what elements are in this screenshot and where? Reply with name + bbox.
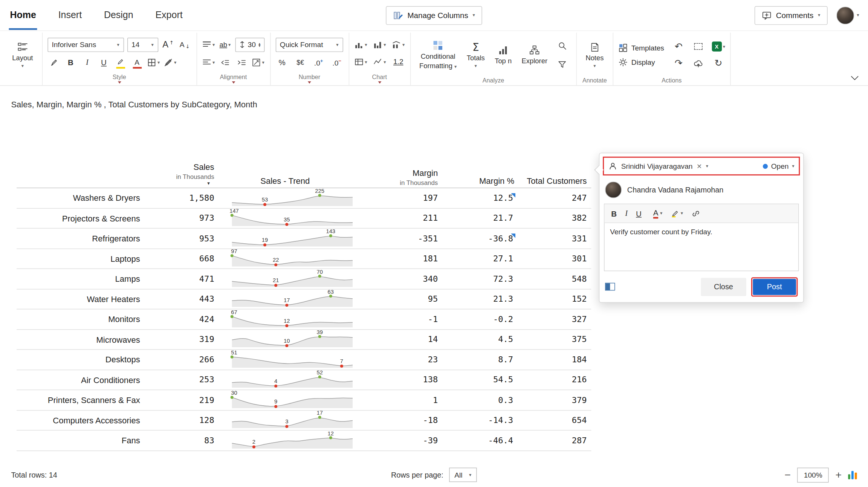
row-trend-cell[interactable]: 452 — [214, 370, 356, 390]
row-subcategory[interactable]: Fans — [17, 436, 141, 445]
column-header-margin[interactable]: Margin in Thousands — [356, 168, 438, 186]
column-header-total-customers[interactable]: Total Customers — [515, 176, 588, 186]
tab-insert[interactable]: Insert — [57, 1, 83, 29]
group-label-chart[interactable]: Chart — [354, 73, 405, 85]
row-margin-pct[interactable]: 27.1 — [438, 253, 515, 263]
row-sales[interactable]: 424 — [141, 314, 214, 324]
row-subcategory[interactable]: Microwaves — [17, 335, 141, 344]
vertical-align-button[interactable]: ▾ — [202, 38, 215, 51]
row-margin[interactable]: -351 — [356, 234, 438, 243]
chevron-down-icon[interactable]: ▾ — [706, 164, 708, 168]
row-sales[interactable]: 319 — [141, 334, 214, 344]
row-trend-cell[interactable]: 317 — [214, 410, 356, 430]
row-trend-cell[interactable]: 2297 — [214, 249, 356, 269]
row-subcategory[interactable]: Printers, Scanners & Fax — [17, 395, 141, 405]
format-painter-button[interactable] — [47, 56, 61, 69]
row-sales[interactable]: 128 — [141, 415, 214, 425]
row-customers[interactable]: 327 — [515, 314, 588, 324]
row-margin[interactable]: 138 — [356, 375, 438, 385]
conditional-formatting-button[interactable]: Conditional Formatting ▾ — [416, 40, 461, 70]
row-margin-pct[interactable]: 21.7 — [438, 213, 515, 223]
side-panel-toggle[interactable] — [605, 283, 615, 291]
display-button[interactable]: Display — [618, 58, 664, 67]
row-customers[interactable]: 654 — [515, 415, 588, 425]
row-margin-pct[interactable]: 72.3 — [438, 274, 515, 284]
font-color-button[interactable]: A — [130, 56, 144, 69]
row-margin-pct[interactable]: 8.7 — [438, 355, 515, 365]
row-customers[interactable]: 184 — [515, 355, 588, 365]
decrease-decimal-button[interactable]: .0− — [330, 56, 344, 69]
tab-design[interactable]: Design — [103, 1, 134, 29]
italic-button[interactable]: I — [81, 56, 94, 69]
horizontal-align-button[interactable]: ▾ — [202, 56, 215, 69]
row-margin-pct[interactable]: -0.2 — [438, 314, 515, 324]
row-customers[interactable]: 287 — [515, 435, 588, 445]
row-sales[interactable]: 973 — [141, 213, 214, 223]
table-row[interactable]: Air Conditioners 253 452 138 54.5 216 — [17, 370, 591, 390]
column-header-trend[interactable]: Sales - Trend — [214, 176, 356, 186]
row-customers[interactable]: 247 — [515, 193, 588, 203]
row-customers[interactable]: 301 — [515, 253, 588, 263]
filter-button[interactable] — [556, 58, 569, 71]
table-row[interactable]: Washers & Dryers 1,580 53225 197 12.5 24… — [17, 188, 591, 209]
table-row[interactable]: Fans 83 212 -39 -46.4 287 — [17, 431, 591, 451]
explorer-button[interactable]: Explorer — [518, 45, 551, 65]
text-orientation-button[interactable]: ▾ — [252, 56, 265, 69]
row-margin-pct[interactable]: -46.4 — [438, 435, 515, 445]
close-button[interactable]: Close — [701, 278, 746, 296]
sparkline-button[interactable]: ▾ — [373, 55, 386, 69]
increase-decimal-button[interactable]: .0+ — [312, 56, 325, 69]
highlight-color-button[interactable] — [114, 56, 127, 69]
table-row[interactable]: Lamps 471 2170 340 72.3 548 — [17, 269, 591, 289]
currency-format-button[interactable]: $€ — [294, 56, 307, 69]
row-sales[interactable]: 471 — [141, 274, 214, 284]
row-customers[interactable]: 375 — [515, 334, 588, 344]
assignee-field[interactable]: Srinidhi Vijayaragavan × ▾ — [608, 162, 708, 171]
status-dropdown[interactable]: Open ▾ — [763, 162, 795, 170]
decrease-font-button[interactable]: A↓ — [178, 38, 191, 51]
templates-button[interactable]: Templates — [618, 43, 664, 53]
row-margin-pct[interactable]: 12.5 — [438, 193, 515, 203]
collapse-ribbon-button[interactable] — [845, 75, 865, 85]
redo-button[interactable]: ↷ — [672, 57, 685, 70]
table-row[interactable]: Projectors & Screens 973 35147 211 21.7 … — [17, 208, 591, 229]
table-row[interactable]: Printers, Scanners & Fax 219 930 1 0.3 3… — [17, 390, 591, 411]
undo-button[interactable]: ↶ — [672, 40, 685, 53]
font-name-select[interactable]: Inforiver Sans ▾ — [47, 38, 124, 52]
row-trend-cell[interactable]: 53225 — [214, 188, 356, 208]
top-n-button[interactable]: Top n — [491, 45, 516, 65]
highlight-color-button[interactable]: ▾ — [671, 209, 683, 217]
column-chart-button[interactable]: ▾ — [373, 38, 386, 51]
layout-button[interactable]: Layout ▾ — [8, 41, 37, 69]
row-subcategory[interactable]: Air Conditioners — [17, 375, 141, 385]
row-margin[interactable]: 340 — [356, 274, 438, 284]
column-header-sales[interactable]: Sales in Thousands ▾ — [141, 162, 214, 186]
upload-button[interactable] — [692, 57, 705, 70]
tab-home[interactable]: Home — [9, 1, 37, 29]
row-margin[interactable]: 181 — [356, 253, 438, 263]
remove-assignee-icon[interactable]: × — [697, 162, 702, 170]
stepper-arrows[interactable]: ▴▾ — [258, 43, 260, 47]
account-menu[interactable]: ▾ — [836, 6, 859, 24]
zoom-out-button[interactable]: − — [784, 470, 791, 480]
select-range-button[interactable] — [692, 40, 705, 53]
column-header-margin-pct[interactable]: Margin % — [438, 176, 515, 186]
zoom-in-button[interactable]: + — [835, 470, 842, 480]
underline-button[interactable]: U — [636, 209, 642, 218]
row-subcategory[interactable]: Projectors & Screens — [17, 214, 141, 223]
tab-export[interactable]: Export — [154, 1, 184, 29]
row-sales[interactable]: 953 — [141, 234, 214, 243]
row-height-stepper[interactable]: 30 ▴▾ — [235, 38, 264, 52]
font-color-button[interactable]: A ▾ — [653, 208, 662, 218]
row-sales[interactable]: 83 — [141, 435, 214, 445]
row-margin[interactable]: 211 — [356, 213, 438, 223]
comments-button[interactable]: Comments ▾ — [754, 6, 827, 24]
row-margin-pct[interactable]: 21.3 — [438, 294, 515, 304]
rows-per-page-select[interactable]: All ▾ — [449, 468, 477, 482]
zoom-level[interactable]: 100% — [797, 467, 829, 482]
post-button[interactable]: Post — [753, 279, 796, 295]
group-label-style[interactable]: Style — [47, 73, 191, 85]
row-customers[interactable]: 152 — [515, 294, 588, 304]
row-margin[interactable]: 23 — [356, 355, 438, 365]
row-subcategory[interactable]: Water Heaters — [17, 294, 141, 304]
